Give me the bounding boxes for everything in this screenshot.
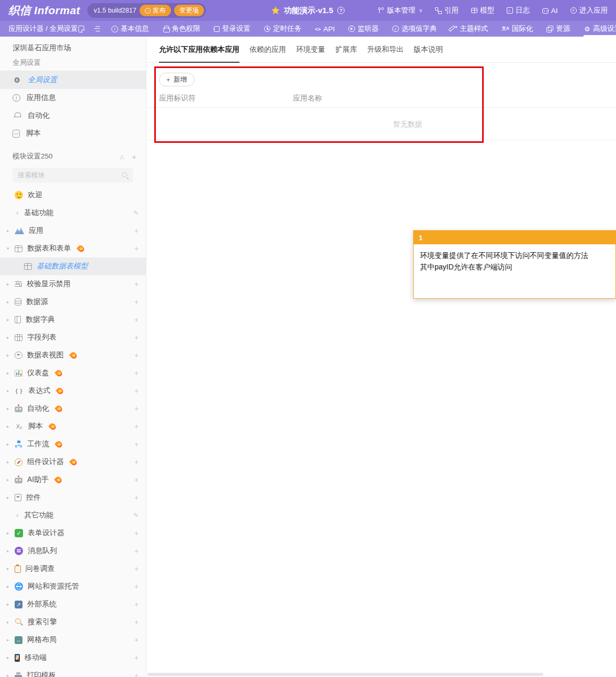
- tree-item[interactable]: › 其它功能 ✎: [0, 506, 146, 524]
- tree-item[interactable]: ▸ 问卷调查 +: [0, 560, 146, 578]
- expander-icon[interactable]: ›: [14, 209, 21, 217]
- edit-icon[interactable]: ✎: [133, 209, 139, 217]
- tree-item[interactable]: ▸ 网站和资源托管 +: [0, 578, 146, 595]
- tree-item-action[interactable]: +: [134, 529, 139, 537]
- tree-item-action[interactable]: +: [134, 458, 139, 466]
- tab-env-variables[interactable]: 环境变量: [296, 37, 325, 62]
- edit-icon[interactable]: ✎: [133, 512, 139, 519]
- sidebar-item-global-settings[interactable]: ⚙ 全局设置: [0, 71, 146, 89]
- tree-item[interactable]: ▸ 消息队列 +: [0, 542, 146, 560]
- sidebar-item-automation[interactable]: 自动化: [0, 107, 146, 125]
- tree-item-action[interactable]: +: [134, 493, 139, 502]
- tree-item[interactable]: ▸ 校验显示禁用 +: [0, 275, 146, 293]
- expander-icon[interactable]: ▸: [4, 602, 12, 607]
- tree-item-action[interactable]: +: [134, 422, 139, 431]
- expander-icon[interactable]: ▸: [4, 655, 12, 660]
- tab-resources[interactable]: 资源: [546, 21, 570, 37]
- expander-icon[interactable]: ▸: [4, 477, 12, 482]
- tree-item[interactable]: ▸ 数据字典 +: [0, 311, 146, 329]
- publish-button[interactable]: ↑发布: [140, 5, 171, 16]
- tree-item[interactable]: ▸ 打印模板 +: [0, 667, 146, 677]
- tab-upgrade-export[interactable]: 升级和导出: [367, 37, 404, 62]
- expander-icon[interactable]: ▸: [4, 548, 12, 554]
- horizontal-scrollbar-thumb[interactable]: [147, 673, 543, 676]
- tree-item-action[interactable]: +: [134, 440, 139, 448]
- expander-icon[interactable]: ▸: [4, 531, 12, 536]
- tree-item[interactable]: ▸ 应用 +: [0, 222, 146, 240]
- tree-item[interactable]: ▸ 仪表盘 +: [0, 364, 146, 382]
- expander-icon[interactable]: ▸: [4, 406, 12, 411]
- tree-item[interactable]: 欢迎: [0, 186, 146, 204]
- tree-item[interactable]: ▸ 自动化 +: [0, 400, 146, 418]
- expander-icon[interactable]: ▸: [4, 566, 12, 571]
- nav-log[interactable]: 日志: [507, 6, 530, 15]
- tree-item-action[interactable]: +: [134, 671, 139, 677]
- tab-i18n[interactable]: 文A国际化: [501, 21, 533, 37]
- tree-item[interactable]: 基础数据表模型: [0, 257, 146, 275]
- tree-item-action[interactable]: +: [134, 351, 139, 359]
- expander-icon[interactable]: ▸: [4, 388, 12, 393]
- tree-item-action[interactable]: +: [134, 565, 139, 573]
- nav-ai[interactable]: AI: [542, 7, 558, 15]
- add-module-button[interactable]: +: [132, 153, 136, 161]
- tree-item-action[interactable]: +: [134, 618, 139, 626]
- tab-api[interactable]: <>API: [315, 21, 335, 37]
- nav-model[interactable]: 模型: [471, 6, 495, 15]
- expander-icon[interactable]: ▸: [4, 335, 12, 340]
- tree-item-action[interactable]: +: [134, 333, 139, 342]
- expander-icon[interactable]: ▸: [4, 424, 12, 429]
- tree-item-action[interactable]: +: [134, 600, 139, 608]
- tree-item[interactable]: › 基础功能 ✎: [0, 204, 146, 222]
- tab-theme-style[interactable]: 主题样式: [450, 21, 488, 37]
- tree-item[interactable]: ▸ 数据表视图 +: [0, 346, 146, 364]
- tree-item[interactable]: ▸ 移动端 +: [0, 649, 146, 667]
- tree-item[interactable]: ▸ X₂ 脚本 +: [0, 418, 146, 435]
- tree-item-action[interactable]: +: [134, 298, 139, 306]
- expander-icon[interactable]: ▸: [4, 619, 12, 625]
- collapse-menu-icon[interactable]: [93, 26, 100, 32]
- tree-item-action[interactable]: +: [134, 369, 139, 377]
- tree-item[interactable]: ▸ 数据源 +: [0, 293, 146, 311]
- tab-basic-info[interactable]: i基本信息: [111, 21, 149, 37]
- expander-icon[interactable]: ▸: [4, 228, 12, 233]
- tree-item[interactable]: ▾ 数据表和表单 +: [0, 240, 146, 257]
- expander-icon[interactable]: ▸: [4, 459, 12, 465]
- tab-extensions[interactable]: 扩展库: [335, 37, 357, 62]
- expander-icon[interactable]: ›: [14, 512, 21, 519]
- tree-item-action[interactable]: +: [134, 547, 139, 555]
- tab-advanced-settings[interactable]: ⚙高级设置: [584, 21, 616, 37]
- nav-reference[interactable]: 引用: [435, 6, 459, 15]
- tree-item[interactable]: ▸ ↔ 网格布局 +: [0, 631, 146, 649]
- nav-enter-app[interactable]: +进入应用: [571, 6, 608, 15]
- tab-release-notes[interactable]: 版本说明: [414, 37, 443, 62]
- expander-icon[interactable]: ▸: [4, 637, 12, 642]
- expander-icon[interactable]: ▸: [4, 495, 12, 500]
- tree-item[interactable]: ▸ 字段列表 +: [0, 329, 146, 346]
- help-icon[interactable]: ?: [337, 7, 345, 14]
- add-button[interactable]: + 新增: [159, 73, 195, 86]
- tree-item-action[interactable]: +: [134, 227, 139, 235]
- expander-icon[interactable]: ▸: [4, 317, 12, 322]
- tree-item[interactable]: ▸ ↗ 外部系统 +: [0, 595, 146, 613]
- tree-item[interactable]: ▸ ✓ 表单设计器 +: [0, 524, 146, 542]
- tree-item[interactable]: ▸ { } 表达式 +: [0, 382, 146, 400]
- tab-role-permission[interactable]: 角色权限: [163, 21, 200, 37]
- expander-icon[interactable]: ▸: [4, 370, 12, 376]
- tab-dependencies[interactable]: 依赖的应用: [249, 37, 286, 62]
- nav-version-manage[interactable]: 版本管理∨: [378, 6, 423, 15]
- sidebar-item-app-info[interactable]: i 应用信息: [0, 89, 146, 107]
- expander-icon[interactable]: ▸: [4, 442, 12, 447]
- collapse-all-icon[interactable]: △: [120, 154, 124, 160]
- tree-item[interactable]: ▸ 控件 +: [0, 489, 146, 506]
- tab-login-settings[interactable]: 登录设置: [214, 21, 250, 37]
- tab-listener[interactable]: 监听器: [348, 21, 379, 37]
- tab-allow-dependents[interactable]: 允许以下应用依赖本应用: [159, 37, 239, 62]
- app-market-link[interactable]: 深圳基石应用市场: [0, 40, 146, 57]
- tree-item-action[interactable]: +: [134, 476, 139, 484]
- expander-icon[interactable]: ▸: [4, 353, 12, 358]
- tree-item-action[interactable]: +: [134, 387, 139, 395]
- expander-icon[interactable]: ▾: [4, 246, 12, 251]
- tab-option-dictionary[interactable]: ✓选项值字典: [392, 21, 437, 37]
- tab-scheduled-tasks[interactable]: 定时任务: [264, 21, 302, 37]
- tree-item[interactable]: ▸ 组件设计器 +: [0, 453, 146, 471]
